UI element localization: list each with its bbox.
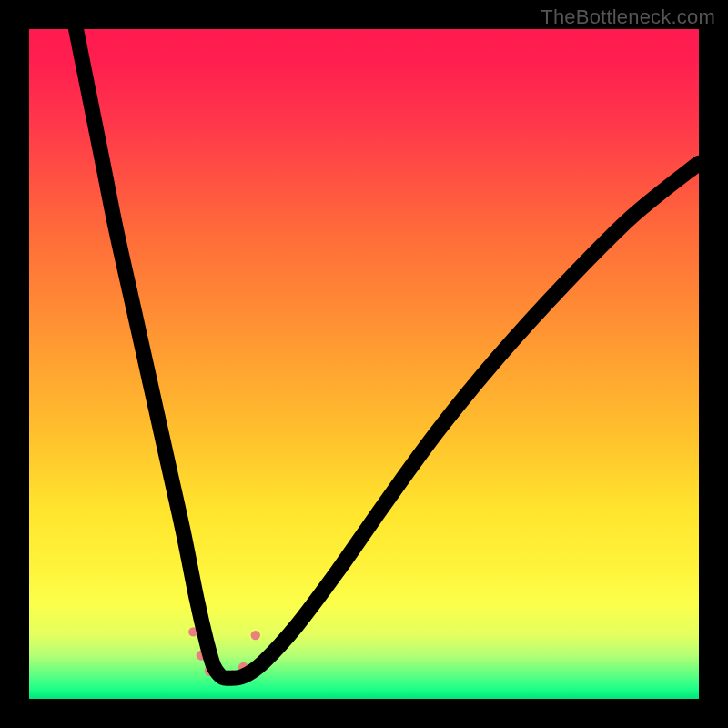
- chart-frame: TheBottleneck.com: [0, 0, 728, 728]
- bottleneck-curve: [76, 29, 699, 678]
- curve-layer: [29, 29, 699, 699]
- highlight-marker: [251, 631, 260, 640]
- plot-area: [29, 29, 699, 699]
- watermark-text: TheBottleneck.com: [541, 5, 715, 29]
